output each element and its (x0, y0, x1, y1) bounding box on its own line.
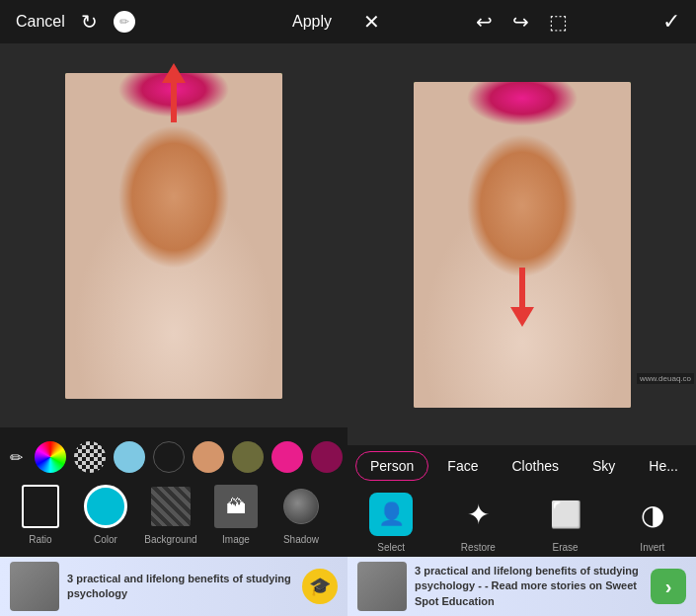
close-icon[interactable]: ✕ (363, 10, 380, 34)
tool-restore[interactable]: ✦ Restore (443, 491, 512, 553)
ratio-icon-box (22, 485, 59, 528)
confirm-button[interactable]: ✓ (662, 9, 680, 35)
ad-person-image-left (10, 562, 59, 611)
ad-banner-left[interactable]: 3 practical and lifelong benefits of stu… (0, 557, 348, 616)
select-label: Select (377, 542, 405, 553)
color-olive[interactable] (232, 441, 264, 473)
color-label: Color (94, 534, 117, 545)
shadow-icon-box (277, 483, 325, 530)
girl-photo-right (414, 82, 631, 408)
invert-icon: ◑ (641, 499, 664, 531)
arrow-down-line (519, 268, 525, 307)
tool-select[interactable]: 👤 Select (356, 491, 425, 553)
left-panel: Cancel ↻ ✏ Apply ✏ (0, 0, 348, 616)
color-icon-circle (84, 485, 127, 528)
right-header-icons: ↩ ↪ ⬚ (476, 10, 568, 34)
right-tools-row: 👤 Select ✦ Restore ⬜ Erase ◑ Invert (348, 487, 696, 557)
invert-icon-container: ◑ (629, 491, 676, 538)
watermark: www.deuaq.co (637, 373, 694, 384)
brush-icon[interactable]: ✏ (10, 448, 23, 467)
ad-arrow-button[interactable]: › (651, 569, 686, 604)
invert-label: Invert (640, 542, 664, 553)
color-light-blue[interactable] (114, 441, 145, 473)
erase-label: Erase (553, 542, 579, 553)
tab-more[interactable]: He... (634, 451, 693, 481)
tool-image[interactable]: Image (205, 483, 267, 545)
background-stripes (151, 487, 191, 526)
color-icon-box (82, 483, 129, 530)
tool-ratio[interactable]: Ratio (10, 483, 71, 545)
ad-person-image-right (357, 562, 407, 611)
restore-label: Restore (461, 542, 496, 553)
undo-icon[interactable]: ↩ (476, 10, 493, 34)
right-image-area: www.deuaq.co (348, 43, 696, 445)
down-arrow-annotation (510, 268, 534, 327)
left-image-area (0, 43, 348, 427)
right-panel: ✕ ↩ ↪ ⬚ ✓ www.deuaq.co Person Face Cloth… (348, 0, 696, 616)
color-skin[interactable] (193, 441, 224, 473)
shadow-label: Shadow (283, 534, 319, 545)
image-label: Image (222, 534, 250, 545)
shadow-icon (279, 485, 323, 528)
tab-face[interactable]: Face (432, 451, 493, 481)
ad-banner-right[interactable]: 3 practical and lifelong benefits of stu… (348, 557, 696, 616)
color-rainbow[interactable] (35, 441, 66, 473)
tool-color[interactable]: Color (75, 483, 136, 545)
color-palette-row: ✏ (0, 435, 348, 479)
arrow-up-line (171, 83, 177, 122)
tool-invert[interactable]: ◑ Invert (618, 491, 687, 553)
up-arrow-annotation (162, 63, 186, 122)
tab-clothes[interactable]: Clothes (497, 451, 573, 481)
background-label: Background (144, 534, 196, 545)
arrow-up-triangle (162, 63, 186, 83)
erase-icon-container: ⬜ (542, 491, 589, 538)
background-icon-box (147, 483, 194, 530)
color-black[interactable] (153, 441, 185, 473)
restore-icon-container: ✦ (454, 491, 502, 538)
tool-shadow[interactable]: Shadow (271, 483, 332, 545)
tab-person[interactable]: Person (355, 451, 428, 481)
erase-eraser-icon: ⬜ (550, 500, 581, 530)
ad-text-left: 3 practical and lifelong benefits of stu… (67, 572, 294, 602)
select-icon-box: 👤 (369, 493, 413, 536)
segment-tabs: Person Face Clothes Sky He... (348, 445, 696, 487)
ad-text-right: 3 practical and lifelong benefits of stu… (415, 564, 643, 609)
background-icon (149, 485, 193, 528)
arrow-down-triangle (510, 307, 534, 327)
ratio-label: Ratio (29, 534, 51, 545)
tool-background[interactable]: Background (140, 483, 201, 545)
eraser-icon[interactable]: ✏ (114, 11, 135, 33)
compare-icon[interactable]: ⬚ (549, 10, 568, 34)
right-header: ✕ ↩ ↪ ⬚ ✓ (348, 0, 696, 43)
tool-row: Ratio Color Background (0, 479, 348, 549)
apply-button[interactable]: Apply (292, 13, 332, 31)
redo-icon[interactable]: ↪ (512, 10, 529, 34)
right-photo (414, 82, 631, 408)
restore-wand-icon: ✦ (467, 499, 490, 531)
left-header-left: Cancel ↻ ✏ (16, 10, 135, 34)
ratio-icon (17, 483, 64, 530)
color-transparent[interactable] (74, 441, 106, 473)
image-icon (214, 485, 258, 528)
left-bottom-tools: ✏ Ratio Color (0, 427, 348, 557)
select-icon-container: 👤 (367, 491, 415, 538)
cancel-button[interactable]: Cancel (16, 13, 65, 31)
tab-sky[interactable]: Sky (578, 451, 630, 481)
shadow-circle (283, 489, 319, 524)
ad-icon-left: 🎓 (302, 569, 338, 604)
tool-erase[interactable]: ⬜ Erase (531, 491, 600, 553)
left-header: Cancel ↻ ✏ Apply (0, 0, 348, 43)
color-pink[interactable] (271, 441, 303, 473)
color-dark-pink[interactable] (311, 441, 343, 473)
image-icon-box (212, 483, 260, 530)
refresh-icon[interactable]: ↻ (81, 10, 98, 34)
person-silhouette-icon: 👤 (378, 501, 405, 527)
